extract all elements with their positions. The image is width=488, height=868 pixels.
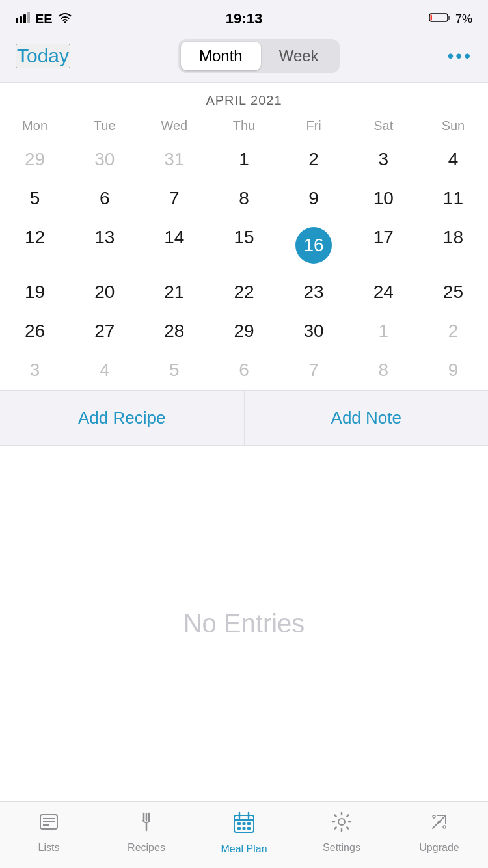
status-left: EE [16, 12, 72, 27]
day-header-sat: Sat [349, 113, 418, 140]
more-button[interactable]: ••• [448, 46, 472, 66]
day-header-sun: Sun [418, 113, 488, 140]
calendar-day[interactable]: 18 [418, 218, 488, 273]
week-segment-button[interactable]: Week [261, 42, 337, 70]
svg-point-25 [338, 819, 345, 825]
calendar-day[interactable]: 21 [139, 273, 209, 312]
day-header-mon: Mon [0, 113, 70, 140]
add-recipe-button[interactable]: Add Recipe [0, 391, 245, 445]
svg-rect-2 [23, 14, 26, 23]
calendar-day[interactable]: 29 [209, 312, 278, 351]
mealplan-icon [232, 811, 256, 839]
calendar-day[interactable]: 24 [349, 273, 418, 312]
calendar-day[interactable]: 6 [70, 179, 139, 218]
settings-icon [331, 811, 353, 838]
calendar-day[interactable]: 1 [209, 140, 278, 179]
calendar-day[interactable]: 1 [349, 312, 418, 351]
calendar-day[interactable]: 27 [70, 312, 139, 351]
status-time: 19:13 [226, 10, 262, 27]
calendar-day[interactable]: 3 [0, 351, 70, 390]
status-right: 7% [429, 12, 472, 26]
calendar-day[interactable]: 4 [418, 140, 488, 179]
today-button[interactable]: Today [16, 44, 70, 68]
svg-rect-0 [16, 18, 18, 23]
battery-percent: 7% [455, 12, 472, 26]
today-circle: 16 [295, 227, 332, 264]
calendar-day[interactable]: 14 [139, 218, 209, 273]
calendar-day[interactable]: 9 [418, 351, 488, 390]
today-date[interactable]: 16 [279, 218, 349, 273]
svg-point-27 [433, 815, 435, 818]
calendar-day[interactable]: 11 [418, 179, 488, 218]
tab-recipes-label: Recipes [128, 842, 165, 854]
tab-recipes[interactable]: Recipes [98, 811, 195, 855]
carrier-label: EE [35, 12, 53, 27]
tab-lists[interactable]: Lists [0, 811, 98, 855]
month-segment-button[interactable]: Month [181, 42, 261, 70]
calendar-day[interactable]: 9 [279, 179, 349, 218]
calendar-grid: Mon Tue Wed Thu Fri Sat Sun 29 30 31 1 2… [0, 113, 488, 390]
svg-rect-3 [27, 12, 30, 23]
tab-lists-label: Lists [38, 842, 60, 854]
calendar-day[interactable]: 26 [0, 312, 70, 351]
calendar-day[interactable]: 17 [349, 218, 418, 273]
svg-rect-20 [243, 822, 246, 825]
view-segment: Month Week [178, 39, 340, 73]
calendar-day[interactable]: 10 [349, 179, 418, 218]
no-entries-area: No Entries [0, 446, 488, 801]
tab-bar: Lists Recipes [0, 801, 488, 868]
wifi-icon [58, 12, 72, 27]
svg-rect-19 [237, 822, 241, 825]
battery-icon [429, 12, 450, 26]
calendar-day[interactable]: 31 [139, 140, 209, 179]
day-header-fri: Fri [279, 113, 349, 140]
calendar-day[interactable]: 4 [70, 351, 139, 390]
svg-rect-22 [237, 827, 241, 830]
calendar-day[interactable]: 25 [418, 273, 488, 312]
month-label: APRIL 2021 [0, 83, 488, 113]
calendar-day[interactable]: 30 [279, 312, 349, 351]
add-note-button[interactable]: Add Note [245, 391, 489, 445]
tab-upgrade[interactable]: Upgrade [390, 811, 488, 855]
calendar-day[interactable]: 8 [349, 351, 418, 390]
calendar-day[interactable]: 13 [70, 218, 139, 273]
tab-settings-label: Settings [323, 842, 360, 854]
calendar-day[interactable]: 22 [209, 273, 278, 312]
svg-rect-23 [243, 827, 246, 830]
status-bar: EE 19:13 7% [0, 0, 488, 33]
list-icon [38, 811, 60, 838]
action-buttons: Add Recipe Add Note [0, 390, 488, 446]
calendar-day[interactable]: 29 [0, 140, 70, 179]
calendar-day[interactable]: 20 [70, 273, 139, 312]
day-header-wed: Wed [139, 113, 209, 140]
tab-mealplan-label: Meal Plan [221, 843, 267, 855]
app-header: Today Month Week ••• [0, 33, 488, 83]
calendar-day[interactable]: 5 [0, 179, 70, 218]
calendar-day[interactable]: 7 [279, 351, 349, 390]
calendar-day[interactable]: 19 [0, 273, 70, 312]
calendar-day[interactable]: 23 [279, 273, 349, 312]
svg-rect-24 [247, 827, 251, 830]
svg-rect-6 [430, 14, 432, 20]
tab-settings[interactable]: Settings [293, 811, 390, 855]
tab-upgrade-label: Upgrade [419, 842, 459, 854]
calendar-day[interactable]: 15 [209, 218, 278, 273]
upgrade-icon [428, 811, 450, 838]
tab-mealplan[interactable]: Meal Plan [195, 811, 293, 855]
calendar-day[interactable]: 5 [139, 351, 209, 390]
calendar-day[interactable]: 8 [209, 179, 278, 218]
svg-rect-21 [247, 822, 251, 825]
calendar-day[interactable]: 6 [209, 351, 278, 390]
calendar-day[interactable]: 30 [70, 140, 139, 179]
calendar-day[interactable]: 7 [139, 179, 209, 218]
calendar-day[interactable]: 2 [418, 312, 488, 351]
calendar-day[interactable]: 28 [139, 312, 209, 351]
day-header-tue: Tue [70, 113, 139, 140]
recipe-icon [135, 811, 157, 838]
calendar-day[interactable]: 12 [0, 218, 70, 273]
calendar-day[interactable]: 3 [349, 140, 418, 179]
svg-point-28 [443, 826, 446, 828]
svg-rect-1 [20, 16, 22, 23]
svg-rect-4 [429, 14, 448, 21]
calendar-day[interactable]: 2 [279, 140, 349, 179]
